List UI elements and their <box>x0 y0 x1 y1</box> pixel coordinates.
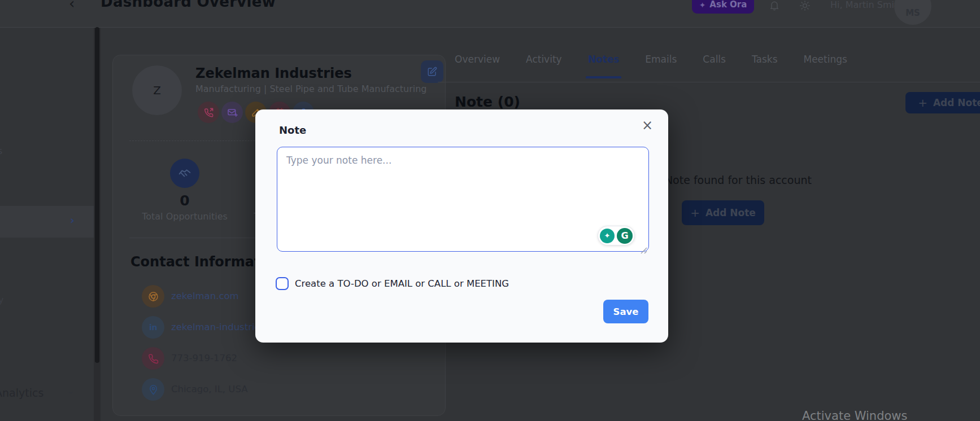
note-textarea[interactable] <box>277 147 649 252</box>
sidebar-item-active[interactable] <box>0 206 94 238</box>
grammarly-logo-icon[interactable]: G <box>617 228 633 244</box>
opportunities-stat-icon <box>170 159 199 188</box>
scrollbar-thumb[interactable] <box>95 27 99 363</box>
location-text: Chicago, IL, USA <box>171 384 248 394</box>
ask-ora-label: Ask Ora <box>709 0 747 10</box>
textarea-resize-handle[interactable] <box>639 246 647 254</box>
sidebar: s › y Analytics ⌄ <box>0 28 94 421</box>
email-action-button[interactable] <box>221 102 243 123</box>
tab-calls[interactable]: Calls <box>703 54 726 78</box>
handshake-icon <box>177 165 193 181</box>
tabs-divider <box>438 82 980 82</box>
chevron-down-icon[interactable]: ⌄ <box>67 385 75 396</box>
sidebar-item-fragment[interactable]: s <box>0 146 2 156</box>
linkedin-icon: in <box>142 316 164 339</box>
tab-tasks[interactable]: Tasks <box>752 54 778 78</box>
theme-sun-icon[interactable] <box>799 0 811 11</box>
notes-empty-message: No Note found for this account <box>647 174 812 186</box>
plus-icon: + <box>690 206 700 220</box>
add-note-button-empty-state[interactable]: + Add Note <box>682 200 764 225</box>
sparkle-icon: ✦ <box>699 1 706 10</box>
phone-handset-icon <box>147 353 159 365</box>
opportunities-label: Total Opportunities <box>136 211 233 222</box>
app-screen: ‹ Dashboard Overview ✦ Ask Ora Hi, Marti… <box>0 0 980 421</box>
save-button[interactable]: Save <box>603 300 648 323</box>
grammarly-suggestion-icon[interactable]: ✦ <box>600 229 615 243</box>
tab-activity[interactable]: Activity <box>526 54 562 78</box>
account-name: Zekelman Industries <box>195 65 352 81</box>
modal-title: Note <box>279 124 306 136</box>
user-greeting: Hi, Martin Smith <box>830 0 903 10</box>
avatar-initials: MS <box>905 8 920 18</box>
tab-notes[interactable]: Notes <box>588 54 620 78</box>
note-modal: Note × ✦ G Create a TO-DO or EMAIL or CA… <box>255 109 668 343</box>
notes-count-heading: Note (0) <box>455 94 520 110</box>
linkedin-glyph: in <box>149 323 157 332</box>
close-icon[interactable]: × <box>642 119 653 132</box>
tab-emails[interactable]: Emails <box>645 54 677 78</box>
account-tabs: Overview Activity Notes Emails Calls Tas… <box>455 54 847 78</box>
mail-plus-icon <box>227 107 238 118</box>
chrome-globe-icon <box>147 291 159 302</box>
ask-ora-button[interactable]: ✦ Ask Ora <box>692 0 754 14</box>
grammarly-widget[interactable]: ✦ G <box>598 226 635 245</box>
activate-windows-watermark: Activate Windows <box>802 409 907 421</box>
location-icon <box>142 378 164 401</box>
opportunities-count: 0 <box>155 192 214 209</box>
page-title: Dashboard Overview <box>101 0 276 10</box>
linkedin-link[interactable]: zekelman-industries <box>171 322 265 332</box>
notifications-bell-icon[interactable] <box>769 0 780 11</box>
user-avatar[interactable]: MS <box>894 0 931 25</box>
phone-number: 773-919-1762 <box>171 353 237 363</box>
pencil-square-icon <box>427 67 437 77</box>
add-note-label: Add Note <box>933 97 980 108</box>
tab-meetings[interactable]: Meetings <box>803 54 847 78</box>
add-note-button-top[interactable]: + Add Note <box>905 92 980 113</box>
grammarly-g-glyph: G <box>621 230 628 241</box>
sidebar-item-fragment[interactable]: y <box>0 295 3 305</box>
top-header: ‹ Dashboard Overview ✦ Ask Ora Hi, Marti… <box>0 0 980 28</box>
phone-icon <box>142 347 164 370</box>
account-avatar: Z <box>132 65 182 115</box>
edit-account-button[interactable] <box>421 60 443 83</box>
plus-icon: + <box>918 96 927 109</box>
website-link[interactable]: zekelman.com <box>171 291 239 301</box>
todo-checkbox-label: Create a TO-DO or EMAIL or CALL or MEETI… <box>295 278 509 289</box>
add-note-label: Add Note <box>705 207 756 218</box>
chevron-right-icon[interactable]: › <box>70 214 75 226</box>
call-action-button[interactable] <box>198 102 219 123</box>
account-avatar-letter: Z <box>153 84 161 97</box>
back-icon[interactable]: ‹ <box>69 0 75 12</box>
account-industry: Manufacturing | Steel Pipe and Tube Manu… <box>195 84 427 94</box>
phone-outgoing-icon <box>203 107 214 118</box>
sidebar-item-analytics[interactable]: Analytics <box>0 387 43 399</box>
tab-overview[interactable]: Overview <box>455 54 500 78</box>
sparkle-glyph: ✦ <box>604 231 611 240</box>
map-pin-icon <box>147 384 159 396</box>
website-icon <box>142 285 164 308</box>
todo-checkbox[interactable] <box>276 277 289 290</box>
